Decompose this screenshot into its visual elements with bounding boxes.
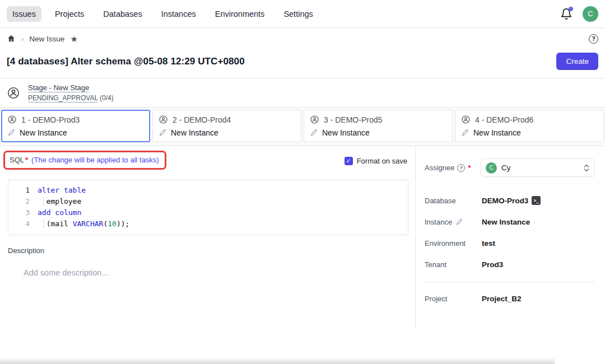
user-circle-icon [310, 115, 319, 124]
line-number: 2 [8, 197, 38, 206]
description-input[interactable]: Add some description... [24, 268, 407, 277]
task-card-1[interactable]: 1 - DEMO-Prod3 New Instance [1, 110, 150, 142]
nav-item-instances[interactable]: Instances [156, 6, 202, 22]
db-engine-icon [7, 129, 15, 137]
db-engine-icon [455, 218, 463, 226]
task-instance: New Instance [322, 128, 370, 137]
task-instance: New Instance [473, 128, 521, 137]
db-engine-icon [310, 129, 318, 137]
nav-item-databases[interactable]: Databases [97, 6, 147, 22]
home-icon[interactable] [7, 34, 16, 43]
sql-required-mark: * [25, 156, 28, 164]
nav-item-issues[interactable]: Issues [7, 6, 41, 22]
assignee-avatar: C [486, 162, 497, 174]
line-number: 1 [8, 186, 38, 194]
breadcrumb: › New Issue ★ ? [0, 28, 605, 49]
assignee-help-icon[interactable]: ? [457, 164, 465, 172]
create-button[interactable]: Create [556, 53, 598, 70]
select-chevrons-icon [583, 164, 590, 172]
sql-label: SQL [10, 156, 24, 164]
user-circle-icon [159, 115, 168, 124]
db-engine-icon [159, 129, 166, 137]
chevron-right-icon: › [21, 35, 24, 43]
notification-dot [569, 7, 573, 11]
task-name: 1 - DEMO-Prod3 [21, 115, 80, 124]
task-name: 4 - DEMO-Prod6 [475, 115, 533, 124]
user-circle-icon [461, 115, 471, 124]
task-name: 3 - DEMO-Prod5 [324, 115, 382, 124]
user-circle-icon [7, 115, 17, 124]
sql-editor[interactable]: 1alter table 2 employee 3add column 4 (m… [8, 180, 408, 235]
tenant-value: Prod3 [482, 260, 503, 269]
task-detail-panel: SQL* (The change will be applied to all … [0, 146, 416, 328]
code-line: 3add column [8, 207, 408, 218]
sql-hint: (The change will be applied to all tasks… [31, 156, 159, 164]
notification-bell-icon[interactable] [560, 8, 573, 20]
bottom-panel-shadow [0, 357, 555, 364]
environment-value: test [482, 239, 495, 248]
field-row-instance: Instance New Instance [425, 218, 595, 226]
assignee-select[interactable]: C Cy [481, 158, 595, 177]
code-line: 4 (mail VARCHAR(10)); [8, 218, 408, 229]
database-value: DEMO-Prod3 [482, 197, 528, 205]
task-card-3[interactable]: 3 - DEMO-Prod5 New Instance [304, 110, 453, 142]
nav-item-environments[interactable]: Environments [210, 6, 271, 22]
nav-item-settings[interactable]: Settings [278, 6, 318, 22]
stage-status-link[interactable]: PENDING_APPROVAL [28, 94, 98, 102]
assignee-label: Assignee [425, 164, 454, 172]
code-line: 2 employee [8, 195, 408, 207]
nav-list: Issues Projects Databases Instances Envi… [7, 6, 319, 22]
format-on-save-label[interactable]: Format on save [357, 157, 407, 165]
task-card-2[interactable]: 2 - DEMO-Prod4 New Instance [152, 110, 301, 142]
task-card-band: 1 - DEMO-Prod3 New Instance 2 - DEMO-Pro… [0, 108, 605, 146]
help-icon[interactable]: ? [589, 34, 598, 44]
description-label: Description [8, 246, 407, 255]
line-number: 4 [8, 220, 38, 228]
user-circle-icon [7, 86, 20, 100]
assignee-value: Cy [501, 164, 579, 172]
task-instance: New Instance [171, 128, 218, 137]
task-card-4[interactable]: 4 - DEMO-Prod6 New Instance [455, 110, 604, 142]
field-row-tenant: Tenant Prod3 [425, 260, 595, 269]
db-engine-icon [461, 129, 469, 137]
breadcrumb-current: New Issue [29, 35, 64, 43]
star-icon[interactable]: ★ [70, 35, 77, 43]
sql-editor-console-icon[interactable]: >_ [532, 196, 541, 205]
user-avatar[interactable]: C [583, 6, 598, 22]
field-row-environment: Environment test [425, 239, 595, 248]
top-nav: Issues Projects Databases Instances Envi… [0, 0, 605, 28]
project-value: Project_B2 [482, 295, 522, 303]
field-row-database: Database DEMO-Prod3 >_ [425, 196, 595, 205]
assignee-required-mark: * [468, 164, 471, 172]
line-number: 3 [8, 208, 38, 217]
title-row: [4 databases] Alter schema @05-08 12:29 … [0, 49, 605, 78]
task-name: 2 - DEMO-Prod4 [173, 115, 231, 124]
instance-value: New Instance [482, 218, 530, 226]
stage-progress: (0/4) [100, 94, 114, 102]
stage-block: Stage - New Stage PENDING_APPROVAL (0/4) [0, 78, 605, 108]
nav-item-projects[interactable]: Projects [49, 6, 90, 22]
code-line: 1alter table [8, 184, 408, 195]
stage-name-link[interactable]: Stage - New Stage [28, 83, 114, 92]
task-instance: New Instance [20, 128, 67, 137]
sidebar-divider [425, 282, 595, 282]
page-title: [4 databases] Alter schema @05-08 12:29 … [7, 56, 245, 67]
format-on-save-checkbox[interactable]: ✓ [345, 157, 353, 165]
sql-label-annotation-box: SQL* (The change will be applied to all … [3, 151, 166, 170]
field-row-project: Project Project_B2 [425, 295, 595, 303]
issue-sidebar: Assignee ? * C Cy Database DEMO-Prod3 > [416, 146, 605, 328]
